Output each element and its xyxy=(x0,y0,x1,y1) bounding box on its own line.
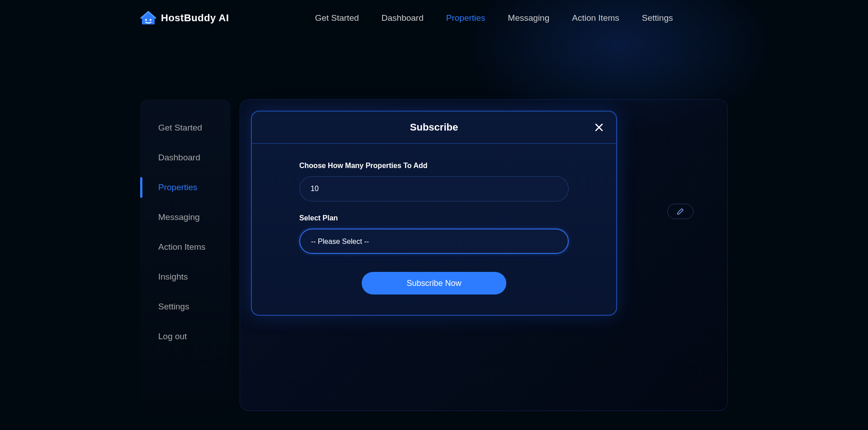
modal-header: Subscribe xyxy=(252,112,616,144)
properties-count-group: Choose How Many Properties To Add xyxy=(299,162,569,201)
modal-overlay: Subscribe Choose How Many Properties To … xyxy=(0,0,868,430)
modal-title: Subscribe xyxy=(410,122,458,133)
close-button[interactable] xyxy=(594,122,604,133)
properties-count-input[interactable] xyxy=(299,176,569,201)
plan-select-label: Select Plan xyxy=(299,214,569,222)
properties-count-label: Choose How Many Properties To Add xyxy=(299,162,569,170)
subscribe-modal: Subscribe Choose How Many Properties To … xyxy=(251,111,617,316)
modal-body: Choose How Many Properties To Add Select… xyxy=(252,144,616,315)
subscribe-now-button[interactable]: Subscribe Now xyxy=(362,272,506,294)
close-icon xyxy=(595,123,603,131)
plan-select[interactable]: -- Please Select -- xyxy=(299,229,569,254)
plan-select-group: Select Plan -- Please Select -- xyxy=(299,214,569,254)
